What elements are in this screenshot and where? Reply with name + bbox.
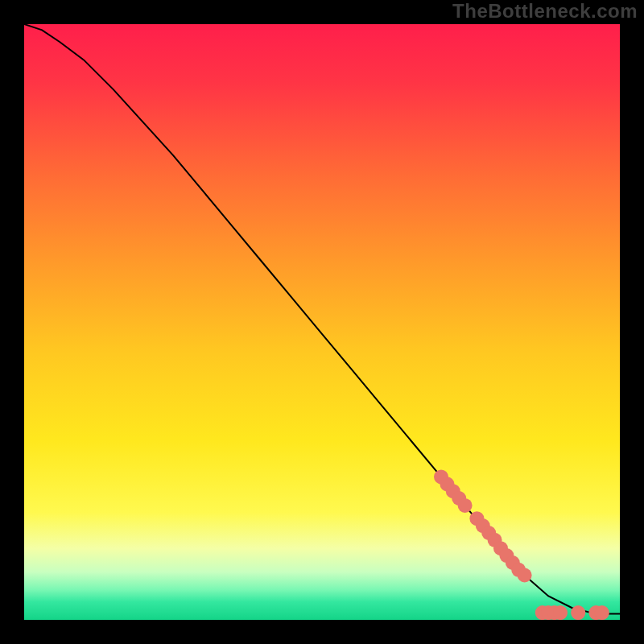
data-point — [553, 605, 568, 620]
watermark-text: TheBottleneck.com — [452, 0, 638, 23]
data-point — [518, 568, 532, 583]
data-point — [571, 605, 585, 620]
chart-frame: TheBottleneck.com — [0, 0, 644, 644]
data-point — [595, 605, 609, 620]
chart-svg — [24, 24, 620, 620]
gradient-background — [24, 24, 620, 620]
data-point — [458, 498, 473, 513]
plot-area — [24, 24, 620, 620]
